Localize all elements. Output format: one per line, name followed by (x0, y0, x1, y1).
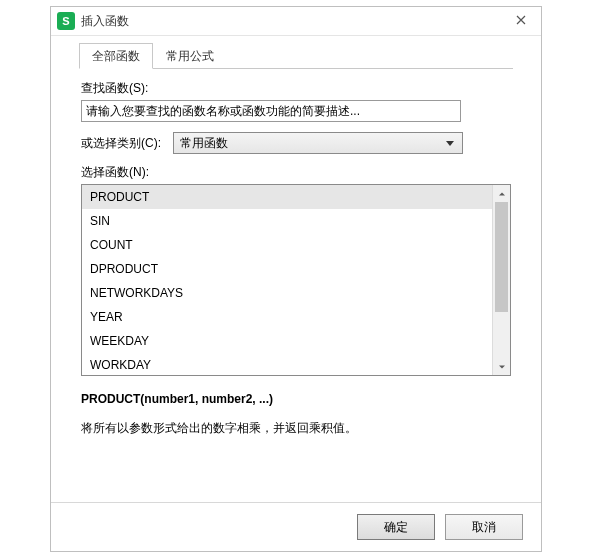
app-icon: S (57, 12, 75, 30)
dialog-body: 全部函数 常用公式 查找函数(S): 或选择类别(C): 常用函数 选择函数(N… (51, 36, 541, 551)
close-icon (516, 14, 526, 28)
category-selected-value: 常用函数 (180, 136, 228, 150)
list-item[interactable]: NETWORKDAYS (82, 281, 493, 305)
list-item[interactable]: YEAR (82, 305, 493, 329)
scroll-down-button[interactable] (493, 358, 510, 375)
scrollbar-track[interactable] (493, 202, 510, 358)
function-signature: PRODUCT(number1, number2, ...) (81, 392, 511, 406)
list-item[interactable]: WORKDAY (82, 353, 493, 375)
list-item[interactable]: WEEKDAY (82, 329, 493, 353)
scroll-up-button[interactable] (493, 185, 510, 202)
close-button[interactable] (503, 8, 539, 34)
function-description: 将所有以参数形式给出的数字相乘，并返回乘积值。 (81, 420, 511, 437)
list-item[interactable]: PRODUCT (82, 185, 493, 209)
list-item[interactable]: COUNT (82, 233, 493, 257)
titlebar: S 插入函数 (51, 7, 541, 36)
search-label: 查找函数(S): (81, 80, 511, 97)
tab-panel-all: 查找函数(S): 或选择类别(C): 常用函数 选择函数(N): PRODUCT… (81, 76, 511, 497)
function-listbox: PRODUCT SIN COUNT DPRODUCT NETWORKDAYS Y… (81, 184, 511, 376)
category-select[interactable]: 常用函数 (173, 132, 463, 154)
chevron-down-icon (498, 360, 506, 374)
function-list[interactable]: PRODUCT SIN COUNT DPRODUCT NETWORKDAYS Y… (82, 185, 493, 375)
window-title: 插入函数 (81, 13, 503, 30)
list-item[interactable]: DPRODUCT (82, 257, 493, 281)
chevron-up-icon (498, 187, 506, 201)
cancel-button[interactable]: 取消 (445, 514, 523, 540)
list-item[interactable]: SIN (82, 209, 493, 233)
scrollbar-thumb[interactable] (495, 202, 508, 312)
listbox-scrollbar[interactable] (492, 185, 510, 375)
tab-bar: 全部函数 常用公式 (79, 44, 513, 69)
category-label: 或选择类别(C): (81, 135, 173, 152)
ok-button[interactable]: 确定 (357, 514, 435, 540)
insert-function-dialog: S 插入函数 全部函数 常用公式 查找函数(S): 或选择类别(C): 常用函数 (50, 6, 542, 552)
list-label: 选择函数(N): (81, 164, 511, 181)
search-input[interactable] (81, 100, 461, 122)
dialog-footer: 确定 取消 (51, 502, 541, 551)
tab-all-functions[interactable]: 全部函数 (79, 43, 153, 69)
tab-common-formula[interactable]: 常用公式 (153, 43, 227, 69)
